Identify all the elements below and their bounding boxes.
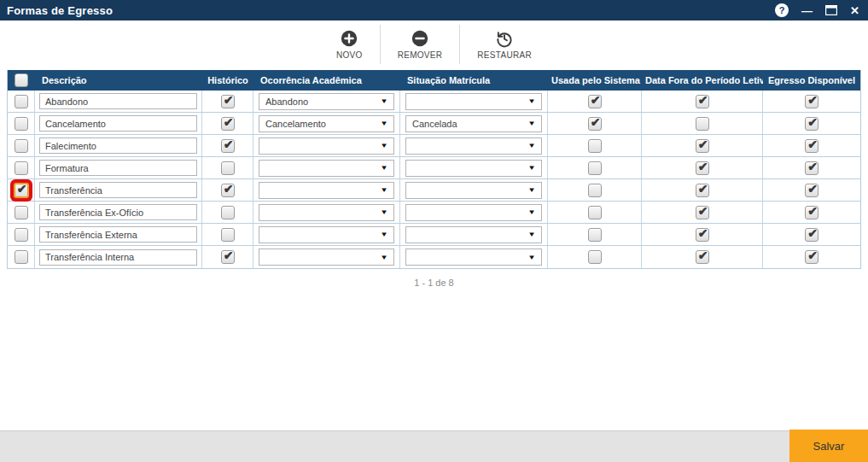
historico-checkbox[interactable]	[221, 228, 235, 242]
restaurar-label: RESTAURAR	[477, 50, 532, 60]
descricao-input[interactable]	[39, 93, 197, 109]
novo-button[interactable]: NOVO	[328, 26, 371, 63]
historico-checkbox[interactable]	[221, 161, 235, 175]
row-select-checkbox[interactable]	[15, 161, 28, 175]
egresso-disponivel-cell: ✔	[763, 179, 860, 201]
situacao-matricula-select[interactable]: ▼	[405, 182, 542, 199]
ocorrencia-academica-select[interactable]: Cancelamento ▼	[259, 115, 394, 132]
column-header-descricao: Descrição	[35, 75, 202, 85]
table-row: ▼ ▼ ✔ ✔	[8, 157, 860, 179]
data-fora-periodo-letivo-checkbox[interactable]	[696, 117, 709, 131]
historico-checkbox[interactable]: ✔	[221, 95, 235, 108]
usada-pelo-sistema-checkbox[interactable]	[588, 184, 602, 197]
egresso-disponivel-cell: ✔	[763, 91, 860, 112]
egresso-disponivel-checkbox[interactable]: ✔	[805, 161, 818, 175]
descricao-input[interactable]	[39, 160, 197, 176]
ocorrencia-academica-select[interactable]: ▼	[259, 249, 394, 266]
usada-pelo-sistema-checkbox[interactable]: ✔	[588, 117, 602, 131]
row-select-checkbox[interactable]	[15, 139, 28, 153]
select-value: Abandono	[265, 96, 308, 107]
data-fora-periodo-letivo-cell: ✔	[642, 91, 763, 112]
row-select-checkbox[interactable]	[15, 95, 28, 108]
salvar-button[interactable]: Salvar	[789, 430, 868, 462]
dropdown-arrow-icon: ▼	[380, 186, 388, 194]
ocorrencia-cell: ▼	[253, 157, 400, 178]
select-all-checkbox[interactable]	[15, 73, 28, 87]
check-icon: ✔	[698, 94, 708, 106]
historico-checkbox[interactable]: ✔	[221, 139, 235, 153]
descricao-input[interactable]	[39, 137, 197, 154]
situacao-matricula-select[interactable]: ▼	[405, 204, 542, 221]
check-icon: ✔	[224, 116, 234, 128]
select-value: Cancelamento	[265, 119, 326, 129]
row-select-checkbox[interactable]: ✔	[15, 184, 28, 197]
ocorrencia-academica-select[interactable]: ▼	[259, 137, 394, 155]
formas-de-egresso-window: Formas de Egresso ? — ✕ NOVO	[0, 0, 868, 288]
ocorrencia-academica-select[interactable]: ▼	[259, 204, 394, 221]
situacao-cell: ▼	[400, 157, 548, 178]
descricao-input[interactable]	[39, 115, 197, 132]
data-fora-periodo-letivo-cell: ✔	[642, 224, 763, 245]
situacao-matricula-select[interactable]: ▼	[405, 137, 542, 155]
situacao-matricula-select[interactable]: ▼	[405, 249, 542, 266]
data-fora-periodo-letivo-checkbox[interactable]: ✔	[696, 184, 709, 197]
data-fora-periodo-letivo-checkbox[interactable]: ✔	[696, 250, 709, 264]
historico-cell: ✔	[202, 135, 253, 156]
data-fora-periodo-letivo-checkbox[interactable]: ✔	[696, 206, 709, 219]
egresso-disponivel-checkbox[interactable]: ✔	[805, 95, 818, 108]
usada-pelo-sistema-checkbox[interactable]	[588, 161, 602, 175]
historico-checkbox[interactable]: ✔	[221, 184, 235, 197]
remover-button[interactable]: REMOVER	[389, 26, 451, 63]
row-select-checkbox[interactable]	[15, 250, 28, 264]
egresso-disponivel-checkbox[interactable]: ✔	[805, 117, 818, 131]
data-fora-periodo-letivo-checkbox[interactable]: ✔	[696, 95, 709, 108]
ocorrencia-academica-select[interactable]: ▼	[259, 226, 394, 243]
dropdown-arrow-icon: ▼	[380, 164, 388, 172]
usada-pelo-sistema-cell: ✔	[548, 113, 642, 134]
egresso-disponivel-checkbox[interactable]: ✔	[805, 139, 818, 153]
egresso-disponivel-checkbox[interactable]: ✔	[805, 250, 818, 264]
historico-checkbox[interactable]: ✔	[221, 250, 235, 264]
minimize-icon[interactable]: —	[801, 3, 813, 17]
usada-pelo-sistema-checkbox[interactable]	[588, 228, 602, 242]
situacao-matricula-select[interactable]: ▼	[405, 160, 542, 177]
descricao-cell	[35, 91, 202, 112]
usada-pelo-sistema-checkbox[interactable]	[588, 250, 602, 264]
check-icon: ✔	[224, 249, 234, 261]
table-row: ✔ Cancelamento ▼ Cancelada ▼ ✔ ✔	[8, 113, 860, 135]
row-select-checkbox[interactable]	[15, 206, 28, 219]
row-select-checkbox[interactable]	[15, 117, 28, 131]
data-fora-periodo-letivo-checkbox[interactable]: ✔	[696, 139, 709, 153]
ocorrencia-academica-select[interactable]: ▼	[259, 160, 394, 177]
egresso-disponivel-checkbox[interactable]: ✔	[805, 184, 818, 197]
descricao-input[interactable]	[39, 182, 197, 198]
usada-pelo-sistema-checkbox[interactable]	[588, 206, 602, 219]
descricao-input[interactable]	[39, 226, 197, 243]
egresso-disponivel-checkbox[interactable]: ✔	[805, 206, 818, 219]
ocorrencia-academica-select[interactable]: Abandono ▼	[259, 93, 394, 110]
row-select-cell	[8, 135, 35, 156]
situacao-matricula-select[interactable]: ▼	[405, 93, 542, 110]
situacao-matricula-select[interactable]: ▼	[405, 226, 542, 243]
row-select-checkbox[interactable]	[15, 228, 28, 242]
check-icon: ✔	[224, 138, 234, 150]
dropdown-arrow-icon: ▼	[380, 254, 388, 261]
restaurar-button[interactable]: RESTAURAR	[469, 26, 540, 63]
usada-pelo-sistema-checkbox[interactable]	[588, 139, 602, 153]
dropdown-arrow-icon: ▼	[527, 254, 536, 261]
ocorrencia-academica-select[interactable]: ▼	[259, 182, 394, 199]
historico-checkbox[interactable]	[221, 206, 235, 219]
descricao-input[interactable]	[39, 249, 197, 266]
descricao-input[interactable]	[39, 204, 197, 220]
maximize-icon[interactable]	[825, 3, 837, 17]
check-icon: ✔	[807, 183, 818, 195]
help-icon[interactable]: ?	[775, 3, 789, 17]
data-fora-periodo-letivo-checkbox[interactable]: ✔	[696, 228, 709, 242]
usada-pelo-sistema-checkbox[interactable]: ✔	[588, 95, 602, 108]
situacao-matricula-select[interactable]: Cancelada ▼	[405, 115, 542, 132]
close-icon[interactable]: ✕	[850, 3, 859, 17]
data-fora-periodo-letivo-checkbox[interactable]: ✔	[696, 161, 709, 175]
egresso-disponivel-checkbox[interactable]: ✔	[805, 228, 818, 242]
historico-checkbox[interactable]: ✔	[221, 117, 235, 131]
column-header-ocorrencia-academica: Ocorrência Acadêmica	[253, 75, 400, 85]
